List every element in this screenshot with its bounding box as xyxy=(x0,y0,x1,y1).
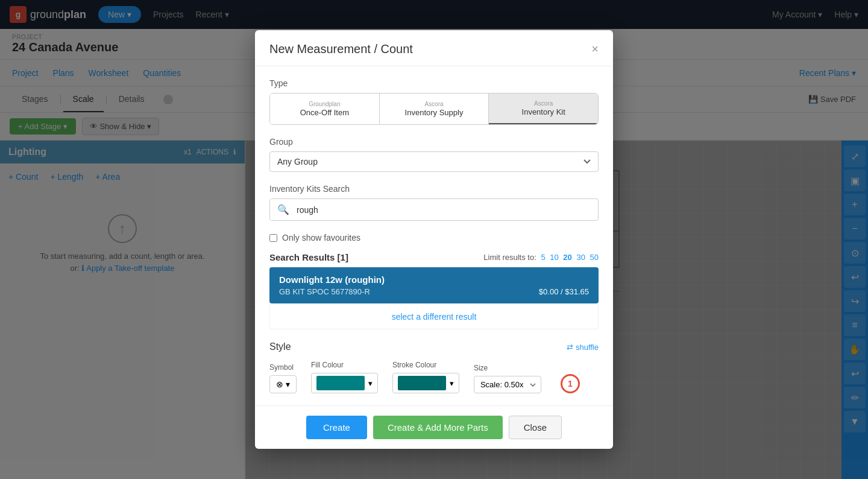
modal-header: New Measurement / Count × xyxy=(255,30,613,66)
search-results-title: Search Results [1] xyxy=(269,252,348,262)
type-tab-once-off[interactable]: Groundplan Once-Off Item xyxy=(270,94,380,125)
result-item-price: $0.00 / $31.65 xyxy=(539,287,589,296)
limit-30[interactable]: 30 xyxy=(576,253,585,262)
result-item-bottom: GB KIT SPOC 5677890-R $0.00 / $31.65 xyxy=(279,287,589,296)
select-different-link[interactable]: select a different result xyxy=(269,305,599,329)
limit-results: Limit results to: 5 10 20 30 50 xyxy=(483,253,599,262)
limit-5[interactable]: 5 xyxy=(541,253,545,262)
symbol-label: Symbol xyxy=(269,363,297,372)
group-select[interactable]: Any Group Group A Group B xyxy=(269,151,599,172)
search-input[interactable] xyxy=(297,200,598,220)
modal-title: New Measurement / Count xyxy=(269,42,413,56)
symbol-col: Symbol ⊗ ▾ xyxy=(269,363,297,393)
result-item-code: GB KIT SPOC 5677890-R xyxy=(279,287,370,296)
style-row: Symbol ⊗ ▾ Fill Colour ▾ Stroke Colour xyxy=(269,361,599,393)
search-box: 🔍 xyxy=(269,198,599,221)
limit-10[interactable]: 10 xyxy=(550,253,558,262)
type-label: Type xyxy=(269,78,599,88)
style-header: Style ⇄ shuffle xyxy=(269,341,599,352)
stroke-colour-button[interactable]: ▾ xyxy=(392,373,459,393)
result-item-name: Downlight 12w (roughin) xyxy=(279,274,589,285)
fill-colour-label: Fill Colour xyxy=(311,361,378,369)
size-label: Size xyxy=(474,364,541,372)
favourites-label: Only show favourites xyxy=(282,233,360,243)
search-results-section: Search Results [1] Limit results to: 5 1… xyxy=(269,252,599,329)
annotation-circle: 1 xyxy=(561,374,580,393)
search-results-header: Search Results [1] Limit results to: 5 1… xyxy=(269,252,599,262)
favourites-checkbox[interactable] xyxy=(269,234,277,242)
stroke-colour-col: Stroke Colour ▾ xyxy=(392,361,459,393)
type-tab-inventory-supply[interactable]: Ascora Inventory Supply xyxy=(380,94,489,125)
search-icon: 🔍 xyxy=(270,199,297,220)
type-group: Type Groundplan Once-Off Item Ascora Inv… xyxy=(269,78,599,125)
modal-close-button[interactable]: × xyxy=(591,43,599,55)
stroke-colour-label: Stroke Colour xyxy=(392,361,459,369)
limit-50[interactable]: 50 xyxy=(590,253,599,262)
size-select[interactable]: Scale: 0.50x Scale: 1.00x Scale: 2.00x xyxy=(474,376,541,393)
search-label: Inventory Kits Search xyxy=(269,184,599,194)
create-add-more-button[interactable]: Create & Add More Parts xyxy=(373,416,503,439)
style-section: Style ⇄ shuffle Symbol ⊗ ▾ Fill Colour ▾ xyxy=(269,341,599,393)
style-title: Style xyxy=(269,341,291,352)
group-form-group: Group Any Group Group A Group B xyxy=(269,137,599,172)
favourites-row: Only show favourites xyxy=(269,233,599,243)
create-button[interactable]: Create xyxy=(306,416,367,439)
symbol-button[interactable]: ⊗ ▾ xyxy=(269,375,297,393)
new-measurement-modal: New Measurement / Count × Type Groundpla… xyxy=(255,30,613,449)
modal-overlay[interactable]: New Measurement / Count × Type Groundpla… xyxy=(0,0,868,479)
group-label: Group xyxy=(269,137,599,147)
fill-colour-dropdown-icon: ▾ xyxy=(368,379,373,388)
type-tab-inventory-kit[interactable]: Ascora Inventory Kit xyxy=(489,94,598,125)
fill-colour-swatch xyxy=(316,376,365,390)
result-item[interactable]: Downlight 12w (roughin) GB KIT SPOC 5677… xyxy=(269,267,599,303)
search-form-group: Inventory Kits Search 🔍 xyxy=(269,184,599,221)
modal-body: Type Groundplan Once-Off Item Ascora Inv… xyxy=(255,66,613,406)
close-modal-button[interactable]: Close xyxy=(509,416,562,439)
stroke-colour-dropdown-icon: ▾ xyxy=(450,379,454,388)
fill-colour-button[interactable]: ▾ xyxy=(311,373,378,393)
annotation-wrapper: 1 xyxy=(561,374,580,393)
limit-20[interactable]: 20 xyxy=(563,253,571,262)
stroke-colour-swatch xyxy=(398,376,446,390)
fill-colour-col: Fill Colour ▾ xyxy=(311,361,378,393)
modal-footer: Create Create & Add More Parts Close xyxy=(255,405,613,449)
size-col: Size Scale: 0.50x Scale: 1.00x Scale: 2.… xyxy=(474,364,541,393)
shuffle-button[interactable]: ⇄ shuffle xyxy=(567,343,599,352)
type-tabs: Groundplan Once-Off Item Ascora Inventor… xyxy=(269,93,599,125)
